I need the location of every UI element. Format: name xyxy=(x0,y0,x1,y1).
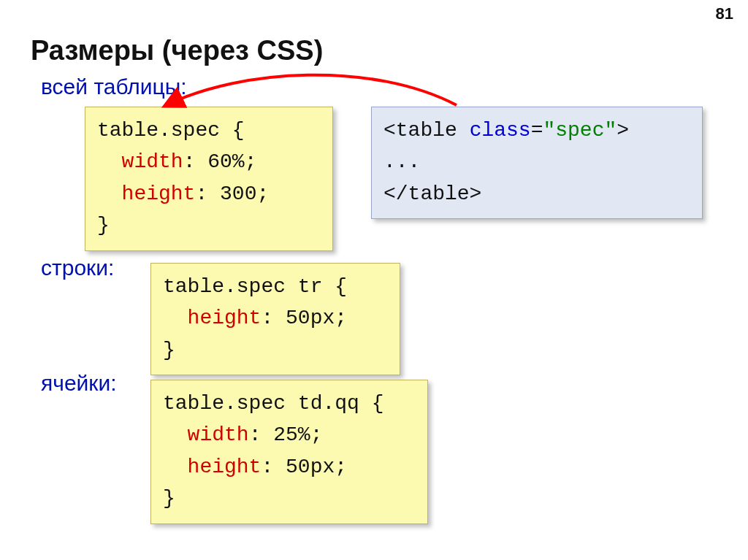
code-text: width xyxy=(188,423,249,446)
code-text: } xyxy=(163,487,175,510)
code-text: height xyxy=(188,307,262,329)
code-text: table.spec td.qq { xyxy=(163,392,383,415)
code-text: ... xyxy=(383,150,420,173)
code-text: : 300; xyxy=(195,183,269,205)
label-row: строки: xyxy=(41,256,114,280)
code-text: : 25%; xyxy=(249,423,323,446)
label-cell: ячейки: xyxy=(41,371,117,396)
code-text: width xyxy=(122,150,183,173)
code-text: class xyxy=(470,119,531,142)
code-text: : 50px; xyxy=(261,307,347,329)
code-text: table.spec tr { xyxy=(163,275,347,298)
code-box-row-css: table.spec tr { height: 50px; } xyxy=(150,263,400,375)
code-text: "spec" xyxy=(543,119,617,142)
code-text: } xyxy=(163,339,175,361)
code-text: </table> xyxy=(383,183,481,205)
code-text: = xyxy=(531,119,543,142)
page-number: 81 xyxy=(716,4,733,23)
code-box-cell-css: table.spec td.qq { width: 25%; height: 5… xyxy=(150,380,428,524)
code-text: : 60%; xyxy=(183,150,257,173)
code-text: } xyxy=(97,214,110,237)
code-text: table.spec { xyxy=(97,119,245,142)
code-box-html-snippet: <table class="spec"> ... </table> xyxy=(371,107,703,219)
label-whole-table: всей таблицы: xyxy=(41,74,187,99)
code-text: height xyxy=(122,183,196,205)
code-text: height xyxy=(188,456,262,478)
code-text: > xyxy=(617,119,629,142)
code-text: <table xyxy=(383,119,470,142)
slide-title: Размеры (через CSS) xyxy=(31,35,323,66)
code-text: : 50px; xyxy=(261,456,347,478)
code-box-table-css: table.spec { width: 60%; height: 300; } xyxy=(85,107,333,251)
